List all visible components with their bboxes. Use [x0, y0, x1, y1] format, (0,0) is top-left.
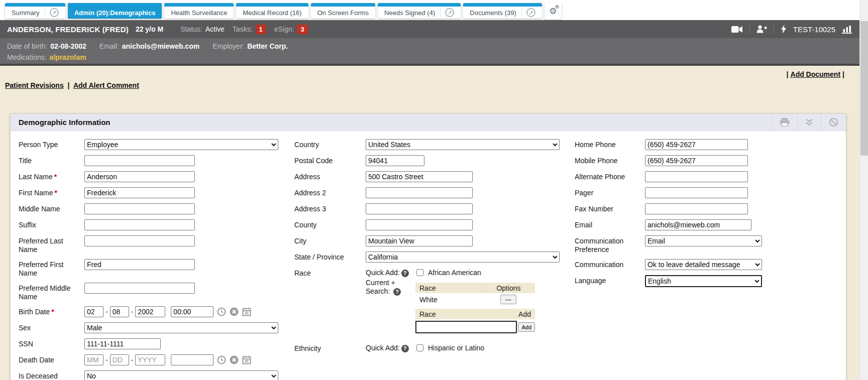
lightning-icon[interactable]: [781, 25, 787, 34]
clear-date-icon[interactable]: [230, 307, 239, 316]
birth-month-input[interactable]: [84, 306, 103, 317]
patient-revisions-link[interactable]: Patient Revisions: [5, 81, 64, 89]
hispanic-or-latino-checkbox[interactable]: [416, 344, 423, 351]
mobile-phone-input[interactable]: [645, 155, 748, 166]
first-name-input[interactable]: [84, 187, 195, 198]
open-in-new-window-icon[interactable]: ↗: [45, 8, 59, 17]
race-quick-add-column: Quick Add:? Current + Search: ?: [366, 268, 415, 338]
county-input[interactable]: [366, 219, 473, 230]
is-deceased-select[interactable]: No: [84, 370, 278, 380]
sex-select[interactable]: Male: [84, 322, 278, 333]
race-field: Quick Add:? Current + Search: ? African …: [366, 268, 536, 338]
postal-code-label: Postal Code: [294, 155, 366, 166]
race-current-search-label: Current + Search: ?: [366, 279, 415, 296]
city-input[interactable]: [366, 235, 473, 246]
esign-badge[interactable]: 3: [297, 25, 307, 34]
birth-year-input[interactable]: [135, 306, 165, 317]
disable-circle-slash-icon[interactable]: [821, 114, 846, 131]
chart-icon[interactable]: [842, 25, 852, 34]
ethnicity-content: Hispanic or Latino: [415, 343, 536, 358]
tab-summary[interactable]: Summary ↗: [5, 3, 65, 19]
video-camera-icon[interactable]: [731, 26, 743, 33]
tasks-badge[interactable]: 1: [256, 25, 266, 34]
scrollbar-thumb[interactable]: [860, 21, 868, 156]
clear-date-icon[interactable]: [230, 355, 239, 364]
birth-time-input[interactable]: [171, 306, 213, 317]
print-icon[interactable]: [772, 114, 797, 131]
last-name-input[interactable]: [84, 171, 195, 182]
address-label: Address: [294, 171, 366, 182]
country-select[interactable]: United States: [366, 139, 560, 150]
death-day-input[interactable]: [110, 354, 129, 365]
address2-input[interactable]: [366, 187, 473, 198]
communication-select[interactable]: Ok to leave detailed message: [645, 259, 762, 270]
race-quick-add-label: Quick Add:?: [366, 269, 415, 277]
add-document-link[interactable]: Add Document: [791, 70, 841, 78]
preferred-middle-name-input[interactable]: [84, 283, 195, 294]
patient-header-bar: ANDERSON, FREDERICK (FRED) 22 y/o M Stat…: [0, 20, 859, 38]
tab-health-surveillance[interactable]: Health Surveillance: [164, 3, 234, 19]
address2-row: Address 2: [294, 187, 571, 198]
calendar-icon[interactable]: [242, 355, 251, 364]
open-in-new-window-icon[interactable]: ↗: [521, 8, 535, 17]
help-icon[interactable]: ?: [401, 270, 409, 277]
address-input[interactable]: [366, 171, 473, 182]
chevron-double-down-icon[interactable]: [797, 114, 821, 131]
add-person-icon[interactable]: [756, 25, 767, 33]
race-add-table-header: Race Add: [415, 309, 535, 319]
email-row: Email: [575, 219, 841, 230]
patient-links-row: Patient Revisions | Add Alert Comment: [5, 81, 139, 89]
pager-input[interactable]: [645, 187, 748, 198]
tab-label: Admin (20):Demographics: [74, 9, 156, 17]
title-label: Title: [19, 155, 84, 166]
medications-value[interactable]: alprazolam: [50, 53, 86, 61]
settings-gear-icon[interactable]: ⚙ ⚙: [545, 3, 562, 20]
fax-number-label: Fax Number: [575, 203, 645, 214]
middle-name-input[interactable]: [84, 203, 195, 214]
tab-admin-demographics[interactable]: Admin (20):Demographics: [68, 3, 162, 19]
tab-on-screen-forms[interactable]: On Screen Forms: [311, 3, 376, 19]
communication-preference-select[interactable]: Email: [645, 235, 762, 246]
title-input[interactable]: [84, 155, 195, 166]
death-time-input[interactable]: [171, 354, 213, 365]
tab-needs-signed[interactable]: Needs Signed (4) ↗: [378, 3, 461, 19]
remove-race-button[interactable]: —: [500, 295, 516, 304]
tab-label: Documents (39): [470, 9, 516, 17]
help-icon[interactable]: ?: [401, 345, 409, 352]
race-search-input[interactable]: [415, 321, 517, 333]
postal-code-input[interactable]: [366, 155, 424, 166]
ethnicity-field: Quick Add:? Hispanic or Latino: [366, 343, 536, 358]
ssn-input[interactable]: [84, 338, 161, 349]
vertical-scrollbar[interactable]: [859, 0, 868, 380]
birth-day-input[interactable]: [110, 306, 129, 317]
state-select[interactable]: California: [366, 251, 560, 263]
ethnicity-row: Ethnicity Quick Add:? Hispanic or Latino: [294, 343, 571, 358]
ethnicity-hispanic-option[interactable]: Hispanic or Latino: [416, 344, 536, 352]
help-icon[interactable]: ?: [393, 288, 401, 296]
preferred-first-name-input[interactable]: [84, 259, 195, 270]
tab-label: Medical Record (16): [243, 9, 301, 17]
suffix-input[interactable]: [84, 219, 195, 230]
race-african-american-option[interactable]: African American: [416, 269, 536, 277]
preferred-last-name-input[interactable]: [84, 235, 195, 246]
clock-icon[interactable]: [217, 307, 226, 316]
death-year-input[interactable]: [135, 354, 165, 365]
race-add-button[interactable]: Add: [518, 322, 535, 332]
email-input[interactable]: [645, 219, 751, 230]
tab-documents[interactable]: Documents (39) ↗: [463, 3, 541, 19]
address3-input[interactable]: [366, 203, 473, 214]
alternate-phone-input[interactable]: [645, 171, 748, 182]
person-type-select[interactable]: Employee: [84, 139, 278, 150]
demographic-information-panel: Demographic Information: [10, 113, 846, 380]
open-in-new-window-icon[interactable]: ↗: [440, 8, 454, 17]
home-phone-input[interactable]: [645, 139, 748, 150]
add-alert-comment-link[interactable]: Add Alert Comment: [73, 81, 139, 89]
fax-number-input[interactable]: [645, 203, 748, 214]
clock-icon[interactable]: [217, 355, 226, 364]
employer-value: Better Corp.: [247, 42, 288, 50]
african-american-checkbox[interactable]: [416, 269, 423, 276]
death-month-input[interactable]: [84, 354, 103, 365]
language-select[interactable]: English: [645, 275, 762, 287]
tab-medical-record[interactable]: Medical Record (16): [236, 3, 308, 19]
calendar-icon[interactable]: [242, 307, 251, 316]
